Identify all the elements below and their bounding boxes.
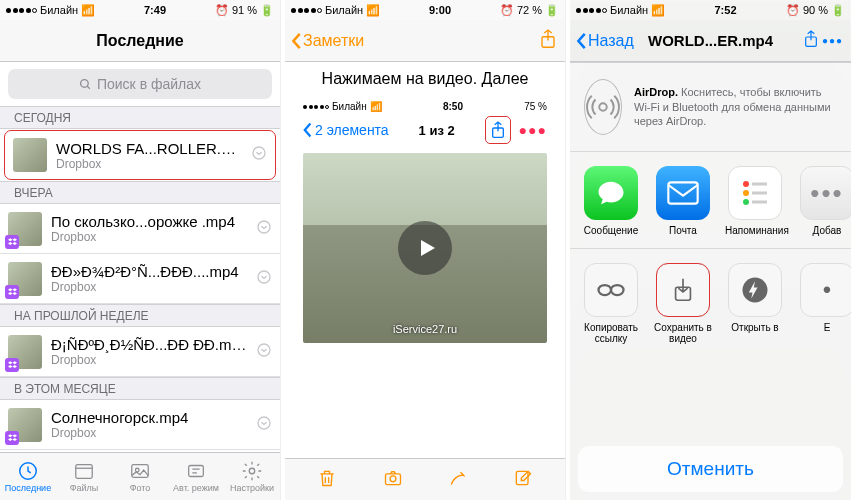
file-row[interactable]: WORLDS FA...ROLLER.mp4Dropbox: [4, 130, 276, 180]
screen-files: Билайн 📶 7:49 ⏰91 %🔋 Последние Поиск в ф…: [0, 0, 281, 500]
file-thumbnail: [8, 408, 42, 442]
app-more[interactable]: •••Добав: [798, 166, 851, 236]
inner-back-button[interactable]: 2 элемента: [303, 122, 389, 138]
nav-bar: Последние: [0, 20, 280, 62]
file-name: ÐÐ»Ð¾Ð²Ð°Ñ...ÐÐÐ....mp4: [51, 263, 247, 280]
status-bar: Билайн 📶 7:52 ⏰90 %🔋: [570, 0, 851, 20]
action-open-in[interactable]: Открыть в: [726, 263, 784, 344]
counter: 1 из 2: [419, 123, 455, 138]
svg-point-22: [743, 181, 749, 187]
svg-point-17: [390, 475, 396, 481]
svg-point-23: [743, 190, 749, 196]
more-icon[interactable]: ●●●: [519, 122, 547, 138]
file-source: Dropbox: [51, 230, 247, 244]
dropbox-badge-icon: [5, 285, 19, 299]
airdrop-text: AirDrop. Коснитесь, чтобы включить Wi-Fi…: [634, 85, 837, 130]
file-row[interactable]: ÐÐ»Ð¾Ð²Ð°Ñ...ÐÐÐ....mp4Dropbox: [0, 254, 280, 304]
play-button[interactable]: [398, 221, 452, 275]
section-header: ВЧЕРА: [0, 181, 280, 204]
nav-bar: Назад WORLD...ER.mp4 ●●●: [570, 20, 851, 62]
app-reminders[interactable]: Напоминания: [726, 166, 784, 236]
back-button[interactable]: Заметки: [291, 32, 364, 50]
svg-rect-25: [752, 183, 767, 186]
share-button[interactable]: [539, 28, 557, 54]
svg-point-2: [253, 147, 265, 159]
status-bar: Билайн 📶 7:49 ⏰91 %🔋: [0, 0, 280, 20]
action-save-video[interactable]: Сохранить в видео: [654, 263, 712, 344]
svg-line-1: [87, 86, 90, 89]
file-name: Солнечногорск.mp4: [51, 409, 247, 426]
draw-icon[interactable]: [448, 468, 468, 492]
page-title: Последние: [96, 32, 183, 50]
video-thumbnail[interactable]: iService27.ru: [303, 153, 547, 343]
share-button-inner[interactable]: [485, 116, 511, 144]
file-row[interactable]: Солнечногорск.mp4Dropbox: [0, 400, 280, 450]
note-heading: Нажимаем на видео. Далее: [285, 62, 565, 98]
chevron-down-icon: [256, 269, 272, 289]
alarm-icon: ⏰: [500, 4, 514, 17]
tab-photos[interactable]: Фото: [112, 453, 168, 500]
file-name: По скользко...орожке .mp4: [51, 213, 247, 230]
camera-icon[interactable]: [382, 468, 404, 492]
tab-auto[interactable]: Авт. режим: [168, 453, 224, 500]
back-button[interactable]: Назад: [576, 32, 634, 50]
svg-point-20: [599, 103, 607, 111]
app-mail[interactable]: Почта: [654, 166, 712, 236]
section-header: СЕГОДНЯ: [0, 106, 280, 129]
file-source: Dropbox: [51, 353, 247, 367]
section-header: НА ПРОШЛОЙ НЕДЕЛЕ: [0, 304, 280, 327]
share-button[interactable]: [803, 29, 819, 53]
trash-icon[interactable]: [317, 467, 337, 493]
alarm-icon: ⏰: [786, 4, 800, 17]
watermark: iService27.ru: [393, 323, 457, 335]
tab-settings[interactable]: Настройки: [224, 453, 280, 500]
svg-point-11: [135, 468, 139, 472]
tab-files[interactable]: Файлы: [56, 453, 112, 500]
file-row[interactable]: По скользко...орожке .mp4Dropbox: [0, 204, 280, 254]
svg-rect-21: [668, 182, 697, 203]
nav-bar: Заметки: [285, 20, 565, 62]
svg-rect-12: [189, 466, 204, 477]
file-list: СЕГОДНЯ WORLDS FA...ROLLER.mp4Dropbox ВЧ…: [0, 106, 280, 500]
file-name: WORLDS FA...ROLLER.mp4: [56, 140, 242, 157]
app-messages[interactable]: Сообщение: [582, 166, 640, 236]
action-copy-link[interactable]: Копировать ссылку: [582, 263, 640, 344]
airdrop-row[interactable]: AirDrop. Коснитесь, чтобы включить Wi-Fi…: [570, 63, 851, 152]
file-thumbnail: [8, 262, 42, 296]
file-thumbnail: [8, 212, 42, 246]
svg-point-13: [249, 468, 255, 474]
file-source: Dropbox: [56, 157, 242, 171]
svg-rect-9: [76, 465, 93, 479]
chevron-down-icon: [256, 219, 272, 239]
svg-point-4: [258, 271, 270, 283]
compose-icon[interactable]: [513, 468, 533, 492]
inner-status-bar: Билайн📶 8:50 75 %: [303, 98, 547, 115]
file-row[interactable]: Ð¡ÑÐºÐ¸Ð½ÑÐ...ÐÐ ÐÐ.mp4Dropbox: [0, 327, 280, 377]
svg-rect-27: [752, 201, 767, 204]
more-icon[interactable]: ●●●: [822, 35, 843, 46]
cancel-button[interactable]: Отменить: [578, 446, 843, 492]
file-thumbnail: [13, 138, 47, 172]
section-header: В ЭТОМ МЕСЯЦЕ: [0, 377, 280, 400]
chevron-down-icon: [251, 145, 267, 165]
inner-nav: 2 элемента 1 из 2 ●●●: [303, 115, 547, 145]
svg-point-0: [81, 79, 89, 87]
search-input[interactable]: Поиск в файлах: [8, 69, 272, 99]
file-source: Dropbox: [51, 280, 247, 294]
chevron-down-icon: [256, 342, 272, 362]
share-actions: Копировать ссылку Сохранить в видео Откр…: [570, 249, 851, 356]
dropbox-badge-icon: [5, 358, 19, 372]
dropbox-badge-icon: [5, 235, 19, 249]
alarm-icon: ⏰: [215, 4, 229, 17]
tab-bar: Последние Файлы Фото Авт. режим Настройк…: [0, 452, 280, 500]
screen-share: Билайн 📶 7:52 ⏰90 %🔋 Назад WORLD...ER.mp…: [570, 0, 851, 500]
screen-notes: Билайн 📶 9:00 ⏰72 %🔋 Заметки Нажимаем на…: [285, 0, 566, 500]
svg-point-6: [258, 417, 270, 429]
action-more[interactable]: •Е: [798, 263, 851, 344]
file-thumbnail: [8, 335, 42, 369]
file-name: Ð¡ÑÐºÐ¸Ð½ÑÐ...ÐÐ ÐÐ.mp4: [51, 336, 247, 353]
tab-recent[interactable]: Последние: [0, 453, 56, 500]
dropbox-badge-icon: [5, 431, 19, 445]
notes-toolbar: [285, 458, 565, 500]
status-bar: Билайн 📶 9:00 ⏰72 %🔋: [285, 0, 565, 20]
